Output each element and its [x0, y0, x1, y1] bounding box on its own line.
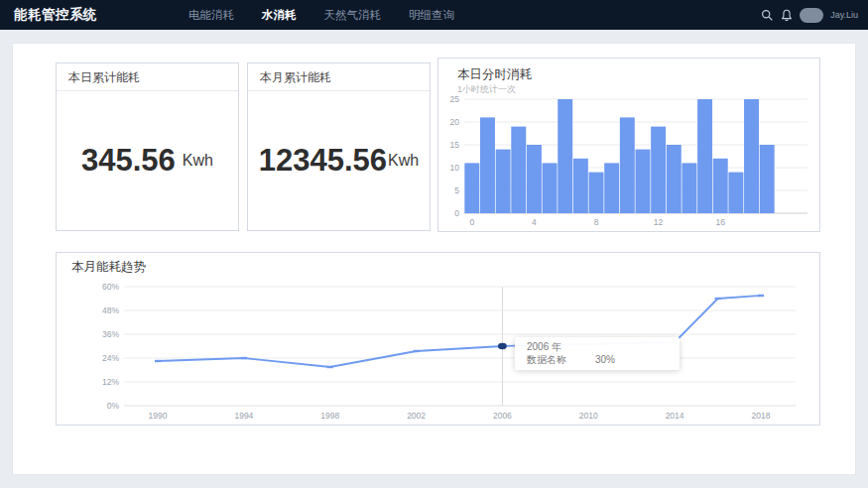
svg-text:12%: 12%	[102, 377, 119, 387]
svg-text:16: 16	[715, 217, 725, 227]
monthly-trend-line-chart[interactable]: 0%12%24%36%48%60%19901994199820022006201…	[57, 253, 819, 425]
navbar-right-cluster: Jay.Liu	[761, 0, 858, 30]
bell-icon[interactable]	[781, 9, 793, 22]
data-point-marker	[758, 295, 764, 297]
svg-text:25: 25	[450, 94, 460, 104]
svg-text:60%: 60%	[102, 282, 119, 292]
nav-item-明细查询[interactable]: 明细查询	[409, 8, 454, 23]
svg-text:0%: 0%	[107, 401, 120, 411]
daily-total-body: 345.56 Kwh	[57, 91, 238, 229]
svg-text:1994: 1994	[234, 411, 253, 421]
daily-total-value: 345.56	[81, 143, 176, 179]
data-point-marker	[155, 360, 161, 362]
svg-text:4: 4	[532, 217, 537, 227]
svg-text:2002: 2002	[407, 411, 426, 421]
svg-text:1998: 1998	[320, 411, 339, 421]
bar-series	[464, 99, 774, 213]
daily-total-title: 本日累计能耗	[57, 63, 238, 91]
hourly-consumption-card: 本日分时消耗 1小时统计一次 05101520250481216	[437, 58, 820, 232]
nav-item-水消耗[interactable]: 水消耗	[262, 8, 297, 23]
monthly-total-value: 12345.56	[259, 143, 387, 179]
svg-text:0: 0	[454, 208, 459, 218]
data-point-marker	[715, 298, 721, 300]
tooltip-value: 30%	[595, 353, 615, 366]
username-label: Jay.Liu	[830, 10, 858, 20]
top-navbar: 能耗管控系统 电能消耗水消耗天然气消耗明细查询 Jay.Liu	[0, 0, 868, 30]
data-point-marker	[414, 350, 420, 352]
highlighted-point	[498, 343, 507, 350]
chart-tooltip: 2006 年 数据名称 30%	[515, 337, 680, 370]
svg-text:0: 0	[469, 217, 474, 227]
svg-text:36%: 36%	[102, 329, 119, 339]
monthly-total-body: 12345.56 Kwh	[248, 91, 430, 229]
data-point-marker	[241, 357, 247, 359]
user-avatar[interactable]	[800, 8, 823, 23]
svg-text:2006: 2006	[493, 411, 512, 421]
nav-item-天然气消耗[interactable]: 天然气消耗	[324, 8, 382, 23]
main-nav: 电能消耗水消耗天然气消耗明细查询	[188, 8, 454, 23]
monthly-total-title: 本月累计能耗	[248, 63, 430, 91]
daily-total-unit: Kwh	[183, 152, 213, 170]
svg-text:2018: 2018	[752, 411, 771, 421]
monthly-total-unit: Kwh	[388, 152, 419, 170]
tooltip-series-name: 数据名称	[527, 353, 595, 366]
svg-text:2010: 2010	[579, 411, 598, 421]
monthly-total-card: 本月累计能耗 12345.56 Kwh	[247, 62, 431, 231]
hourly-bar-chart[interactable]: 05101520250481216	[438, 59, 819, 231]
search-icon[interactable]	[761, 9, 774, 22]
daily-total-card: 本日累计能耗 345.56 Kwh	[56, 62, 239, 231]
nav-item-电能消耗[interactable]: 电能消耗	[188, 8, 234, 23]
main-content-panel: 本日累计能耗 345.56 Kwh 本月累计能耗 12345.56 Kwh 本日…	[12, 43, 856, 475]
svg-text:20: 20	[450, 117, 460, 127]
data-point-marker	[327, 366, 333, 368]
app-title: 能耗管控系统	[14, 6, 97, 24]
svg-text:12: 12	[654, 217, 664, 227]
tooltip-title: 2006 年	[527, 341, 668, 353]
svg-text:15: 15	[450, 140, 460, 150]
svg-text:48%: 48%	[102, 305, 119, 315]
svg-text:5: 5	[454, 185, 459, 195]
svg-text:1990: 1990	[149, 411, 168, 421]
svg-text:2014: 2014	[666, 411, 684, 421]
svg-text:24%: 24%	[102, 353, 119, 363]
svg-text:10: 10	[450, 163, 460, 173]
svg-text:8: 8	[594, 217, 599, 227]
monthly-trend-card: 本月能耗趋势 0%12%24%36%48%60%1990199419982002…	[56, 252, 820, 426]
